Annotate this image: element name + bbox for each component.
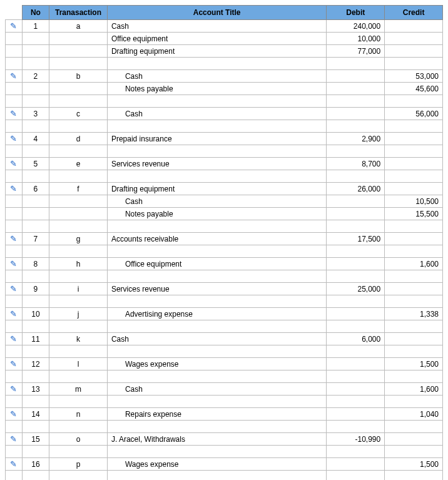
- table-row: [6, 446, 443, 458]
- edit-pencil-icon[interactable]: ✎: [10, 259, 17, 268]
- edit-cell[interactable]: ✎: [6, 108, 23, 120]
- account-title-cell: Notes payable: [107, 208, 327, 220]
- transaction-cell: c: [49, 108, 108, 120]
- debit-cell: 8,700: [327, 158, 385, 170]
- edit-cell[interactable]: ✎: [6, 20, 23, 33]
- edit-cell: [6, 45, 23, 58]
- transaction-cell: [49, 270, 108, 283]
- credit-cell: [385, 20, 443, 33]
- account-title-cell: [107, 145, 327, 158]
- transaction-cell: [49, 83, 108, 95]
- debit-cell: [327, 458, 385, 471]
- edit-pencil-icon[interactable]: ✎: [10, 134, 17, 143]
- account-title-cell: [107, 58, 327, 70]
- debit-cell: [327, 396, 385, 408]
- edit-cell: [6, 58, 23, 70]
- edit-cell[interactable]: ✎: [6, 308, 23, 320]
- no-cell: [22, 195, 49, 208]
- transaction-cell: f: [49, 183, 108, 195]
- edit-pencil-icon[interactable]: ✎: [10, 159, 17, 168]
- edit-cell[interactable]: ✎: [6, 433, 23, 446]
- no-cell: 6: [22, 183, 49, 195]
- account-title-cell: Office equipment: [107, 33, 327, 45]
- edit-pencil-icon[interactable]: ✎: [10, 459, 17, 469]
- edit-pencil-icon[interactable]: ✎: [10, 309, 17, 319]
- edit-pencil-icon[interactable]: ✎: [10, 284, 17, 294]
- no-cell: [22, 370, 49, 383]
- transaction-cell: [49, 446, 108, 458]
- credit-cell: 1,338: [385, 308, 443, 320]
- edit-pencil-icon[interactable]: ✎: [10, 409, 17, 419]
- transaction-cell: [49, 370, 108, 383]
- table-row: [6, 295, 443, 308]
- header-credit: Credit: [385, 6, 443, 20]
- no-cell: 13: [22, 383, 49, 396]
- edit-cell: [6, 33, 23, 45]
- edit-cell[interactable]: ✎: [6, 133, 23, 145]
- account-title-cell: Drafting equipment: [107, 183, 327, 195]
- edit-cell[interactable]: ✎: [6, 333, 23, 345]
- debit-cell: [327, 220, 385, 233]
- table-row: [6, 270, 443, 283]
- debit-cell: [327, 95, 385, 108]
- table-row: [6, 120, 443, 133]
- no-cell: 1: [22, 20, 49, 33]
- edit-cell[interactable]: ✎: [6, 358, 23, 370]
- edit-pencil-icon[interactable]: ✎: [10, 184, 17, 193]
- account-title-cell: Cash: [107, 20, 327, 33]
- table-row: ✎2bCash53,000: [6, 70, 443, 83]
- credit-cell: [385, 433, 443, 446]
- edit-cell[interactable]: ✎: [6, 158, 23, 170]
- account-title-cell: [107, 245, 327, 258]
- edit-pencil-icon[interactable]: ✎: [10, 434, 17, 444]
- edit-cell[interactable]: ✎: [6, 70, 23, 83]
- table-header-row: No Tranasaction Account Title Debit Cred…: [6, 6, 443, 20]
- no-cell: [22, 208, 49, 220]
- account-title-cell: Drafting equipment: [107, 45, 327, 58]
- credit-cell: 10,500: [385, 195, 443, 208]
- edit-cell: [6, 421, 23, 433]
- edit-cell[interactable]: ✎: [6, 258, 23, 270]
- debit-cell: 77,000: [327, 45, 385, 58]
- edit-pencil-icon[interactable]: ✎: [10, 334, 17, 344]
- edit-pencil-icon[interactable]: ✎: [10, 109, 17, 118]
- edit-cell[interactable]: ✎: [6, 233, 23, 245]
- edit-pencil-icon[interactable]: ✎: [10, 21, 17, 31]
- edit-pencil-icon[interactable]: ✎: [10, 234, 17, 243]
- journal-entry-table: No Tranasaction Account Title Debit Cred…: [5, 5, 443, 480]
- table-row: [6, 370, 443, 383]
- transaction-cell: [49, 95, 108, 108]
- no-cell: [22, 295, 49, 308]
- transaction-cell: [49, 345, 108, 358]
- debit-cell: -10,990: [327, 433, 385, 446]
- transaction-cell: [49, 33, 108, 45]
- edit-cell: [6, 446, 23, 458]
- account-title-cell: Office equipment: [107, 258, 327, 270]
- edit-pencil-icon[interactable]: ✎: [10, 71, 17, 81]
- credit-cell: [385, 270, 443, 283]
- debit-cell: [327, 370, 385, 383]
- table-row: ✎5eServices revenue8,700: [6, 158, 443, 170]
- edit-cell: [6, 83, 23, 95]
- edit-pencil-icon[interactable]: ✎: [10, 384, 17, 394]
- edit-cell[interactable]: ✎: [6, 383, 23, 396]
- table-row: ✎11kCash6,000: [6, 333, 443, 345]
- credit-cell: [385, 295, 443, 308]
- edit-cell[interactable]: ✎: [6, 283, 23, 295]
- edit-cell: [6, 170, 23, 183]
- credit-cell: [385, 446, 443, 458]
- edit-cell[interactable]: ✎: [6, 408, 23, 421]
- edit-pencil-icon[interactable]: ✎: [10, 359, 17, 369]
- credit-cell: 56,000: [385, 108, 443, 120]
- no-cell: [22, 170, 49, 183]
- edit-cell[interactable]: ✎: [6, 183, 23, 195]
- table-row: [6, 320, 443, 333]
- edit-cell[interactable]: ✎: [6, 458, 23, 471]
- account-title-cell: Cash: [107, 383, 327, 396]
- credit-cell: [385, 120, 443, 133]
- header-edit: [6, 6, 23, 20]
- transaction-cell: [49, 295, 108, 308]
- account-title-cell: Cash: [107, 70, 327, 83]
- debit-cell: 6,000: [327, 333, 385, 345]
- table-row: Office equipment10,000: [6, 33, 443, 45]
